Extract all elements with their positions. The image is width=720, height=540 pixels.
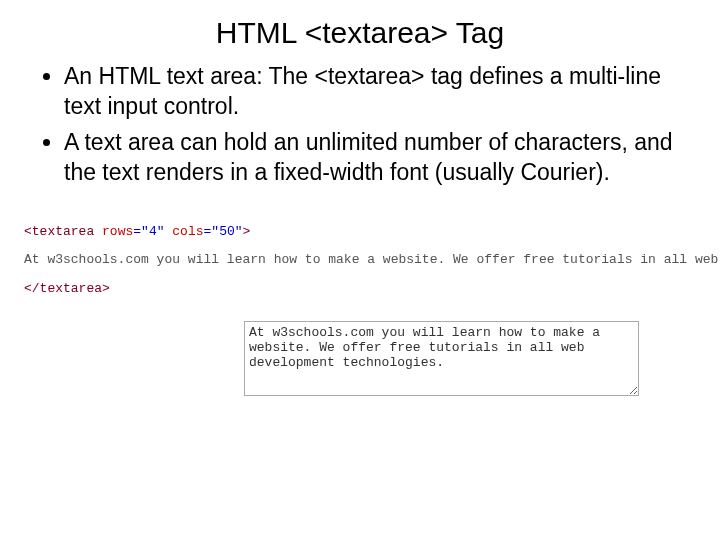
attr-value: "50" (211, 224, 242, 239)
textarea-output-wrap (244, 321, 696, 400)
equals: = (133, 224, 141, 239)
attr-value: "4" (141, 224, 164, 239)
attr-name: cols (172, 224, 203, 239)
code-sample: <textarea rows="4" cols="50"> At w3schoo… (24, 218, 696, 304)
textarea-demo[interactable] (244, 321, 639, 396)
tag-name: textarea (40, 281, 102, 296)
angle-bracket: </ (24, 281, 40, 296)
tag-name: textarea (32, 224, 94, 239)
code-line-close: </textarea> (24, 275, 696, 304)
space (94, 224, 102, 239)
angle-bracket: < (24, 224, 32, 239)
list-item: An HTML text area: The <textarea> tag de… (64, 62, 696, 122)
list-item: A text area can hold an unlimited number… (64, 128, 696, 188)
attr-name: rows (102, 224, 133, 239)
slide-title: HTML <textarea> Tag (24, 16, 696, 50)
bullet-list: An HTML text area: The <textarea> tag de… (24, 62, 696, 188)
code-line-body: At w3schools.com you will learn how to m… (24, 246, 696, 275)
code-line-open: <textarea rows="4" cols="50"> (24, 218, 696, 247)
angle-bracket: > (243, 224, 251, 239)
angle-bracket: > (102, 281, 110, 296)
